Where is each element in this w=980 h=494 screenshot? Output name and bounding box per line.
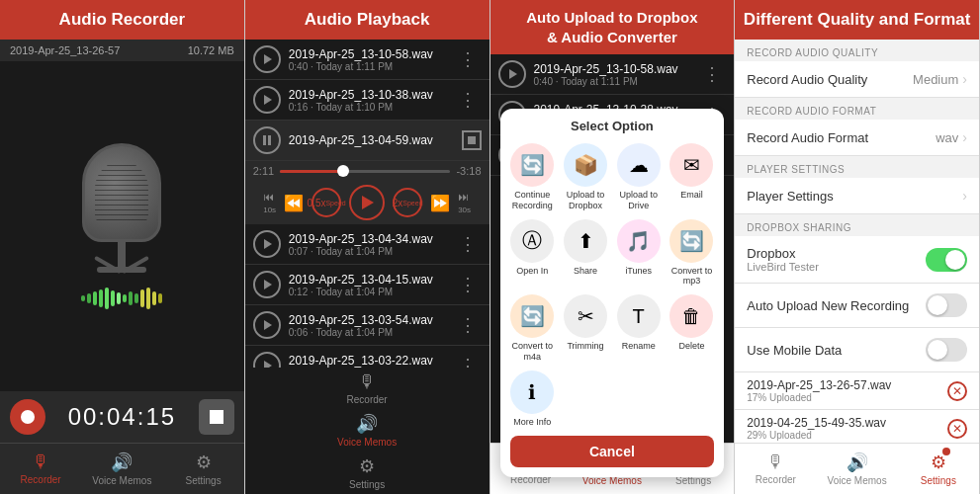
audio-item[interactable]: 2019-Apr-25_13-03-22.wav 0:25 · Today at…	[245, 346, 490, 368]
tab-recorder[interactable]: 🎙 Recorder	[245, 368, 490, 409]
skip-back-10-button[interactable]: ⏮10s	[263, 191, 276, 214]
modal-item-info[interactable]: ℹ More Info	[510, 370, 556, 428]
upload-file1-name: 2019-Apr-25_13-26-57.wav	[747, 378, 947, 392]
play-triangle-icon	[509, 69, 517, 79]
modal-item-convert-m4a[interactable]: 🔄 Convert to m4a	[510, 294, 556, 363]
chevron-icon: ›	[962, 188, 967, 204]
modal-item-dropbox[interactable]: 📦 Upload to Dropbox	[563, 143, 608, 211]
modal-item-trim[interactable]: ✂ Trimming	[563, 294, 608, 363]
play-button[interactable]	[253, 271, 281, 298]
play-button[interactable]	[498, 60, 526, 88]
more-options-button[interactable]: ⋮	[454, 48, 482, 70]
progress-bar[interactable]	[280, 170, 450, 173]
itunes-label: iTunes	[625, 266, 652, 277]
audio-item[interactable]: 2019-Apr-25_13-03-54.wav 0:06 · Today at…	[245, 305, 490, 346]
open-in-label: Open In	[516, 266, 548, 277]
tab-settings[interactable]: ⚙ Settings	[898, 448, 979, 490]
play-button[interactable]	[253, 311, 281, 339]
more-options-button[interactable]: ⋮	[454, 314, 482, 336]
tab-settings[interactable]: ⚙ Settings	[245, 452, 490, 494]
modal-item-email[interactable]: ✉ Email	[669, 143, 715, 211]
modal-item-delete[interactable]: 🗑 Delete	[669, 294, 715, 363]
audio-item[interactable]: 2019-Apr-25_13-04-34.wav 0:07 · Today at…	[245, 224, 490, 265]
more-options-button[interactable]: ⋮	[454, 355, 482, 368]
stop-button[interactable]	[462, 130, 482, 150]
dropbox-toggle[interactable]	[926, 248, 967, 272]
play-button[interactable]	[253, 352, 281, 368]
tab-settings[interactable]: ⚙ Settings	[163, 448, 244, 490]
more-options-button[interactable]: ⋮	[454, 274, 482, 295]
pause-icon	[263, 135, 271, 145]
settings-tab-bar: 🎙 Recorder 🔊 Voice Memos ⚙ Settings	[735, 443, 979, 494]
modal-item-convert-mp3[interactable]: 🔄 Convert to mp3	[669, 219, 715, 288]
progress-thumb[interactable]	[337, 165, 349, 177]
voice-memos-tab-icon: 🔊	[111, 452, 133, 473]
play-big-button[interactable]	[349, 185, 385, 220]
dropbox-row[interactable]: Dropbox LiveBird Tester	[735, 236, 979, 284]
record-button[interactable]	[10, 399, 45, 435]
recorder-tab-icon: 🎙	[32, 452, 49, 472]
trimming-label: Trimming	[567, 341, 603, 352]
delete-icon: 🗑	[669, 294, 713, 338]
rename-icon: T	[617, 294, 661, 338]
voice-memos-tab-label: Voice Memos	[337, 437, 397, 448]
rewind-button[interactable]: ⏪	[284, 194, 304, 212]
player-settings-label: Player Settings	[747, 189, 962, 204]
modal-item-share[interactable]: ⬆ Share	[563, 219, 608, 288]
tab-recorder[interactable]: 🎙 Recorder	[735, 448, 816, 490]
audio-item[interactable]: 2019-Apr-25_13-10-58.wav 0:40 · Today at…	[245, 40, 490, 80]
stop-button[interactable]	[199, 399, 234, 435]
modal-item-open[interactable]: Ⓐ Open In	[510, 219, 556, 288]
filename-bar: 2019-Apr-25_13-26-57 10.72 MB	[0, 40, 244, 61]
record-dot-icon	[21, 410, 35, 424]
cancel-upload1-button[interactable]: ✕	[947, 381, 967, 401]
modal-item-drive[interactable]: ☁ Upload to Drive	[616, 143, 662, 211]
audio-info: 2019-Apr-25_13-03-54.wav 0:06 · Today at…	[289, 313, 454, 338]
audio-item[interactable]: 2019-Apr-25_13-10-38.wav 0:16 · Today at…	[245, 80, 490, 121]
mobile-data-toggle[interactable]	[926, 338, 967, 362]
tab-voice-memos[interactable]: 🔊 Voice Memos	[817, 448, 898, 490]
audio-info: 2019-Apr-25_13-10-58.wav 0:40 · Today at…	[289, 47, 454, 72]
mobile-data-row[interactable]: Use Mobile Data	[735, 328, 979, 372]
current-time: 2:11	[253, 165, 274, 177]
auto-upload-row[interactable]: Auto Upload New Recording	[735, 284, 979, 328]
panel-recorder: Audio Recorder 2019-Apr-25_13-26-57 10.7…	[0, 0, 245, 494]
modal-item-continue[interactable]: 🔄 Continue Recording	[510, 143, 556, 211]
record-format-row[interactable]: Record Audio Format wav ›	[735, 120, 979, 156]
auto-upload-toggle[interactable]	[926, 293, 967, 317]
tab-voice-memos[interactable]: 🔊 Voice Memos	[245, 409, 490, 452]
audio-item[interactable]: 2019-Apr-25_13-10-58.wav 0:40 · Today at…	[490, 54, 735, 95]
audio-item-active[interactable]: 2019-Apr-25_13-04-59.wav	[245, 121, 490, 161]
toggle-thumb-icon	[928, 295, 947, 315]
play-button[interactable]	[253, 45, 281, 73]
play-button[interactable]	[253, 86, 281, 114]
trimming-icon: ✂	[564, 294, 607, 338]
tab-recorder[interactable]: 🎙 Recorder	[0, 448, 81, 490]
audio-item[interactable]: 2019-Apr-25_13-04-15.wav 0:12 · Today at…	[245, 265, 490, 305]
settings-tab-label: Settings	[186, 475, 222, 486]
more-options-button[interactable]: ⋮	[698, 63, 726, 85]
record-quality-row[interactable]: Record Audio Quality Medium ›	[735, 61, 979, 98]
fast-forward-button[interactable]: ⏩	[430, 194, 450, 212]
recorder-header: Audio Recorder	[0, 0, 244, 40]
skip-forward-30-button[interactable]: ⏭30s	[458, 191, 471, 214]
audio-list: 2019-Apr-25_13-10-58.wav 0:40 · Today at…	[245, 40, 490, 368]
upload-file1-row: 2019-Apr-25_13-26-57.wav 17% Uploaded ✕	[735, 372, 979, 410]
audio-name: 2019-Apr-25_13-04-34.wav	[289, 232, 454, 246]
play-button[interactable]	[253, 230, 281, 258]
pause-button[interactable]	[253, 126, 281, 154]
modal-item-itunes[interactable]: 🎵 iTunes	[616, 219, 662, 288]
modal-item-rename[interactable]: T Rename	[616, 294, 662, 363]
player-settings-row[interactable]: Player Settings ›	[735, 178, 979, 214]
more-options-button[interactable]: ⋮	[454, 89, 482, 111]
cancel-upload2-button[interactable]: ✕	[947, 419, 967, 439]
upload-file2-progress: 29% Uploaded	[747, 430, 947, 441]
cancel-button[interactable]: Cancel	[510, 436, 715, 467]
section-header-dropbox: Dropbox Sharing	[735, 214, 979, 236]
tab-voice-memos[interactable]: 🔊 Voice Memos	[81, 448, 162, 490]
speed-badge-05[interactable]: 0.5xSpeed	[312, 188, 341, 217]
settings-header: Different Quality and Format	[735, 0, 979, 40]
playback-tab-bar: 🎙 Recorder 🔊 Voice Memos ⚙ Settings	[245, 368, 490, 494]
more-options-button[interactable]: ⋮	[454, 233, 482, 255]
speed-badge-2x[interactable]: 2xSpeed	[393, 188, 422, 217]
